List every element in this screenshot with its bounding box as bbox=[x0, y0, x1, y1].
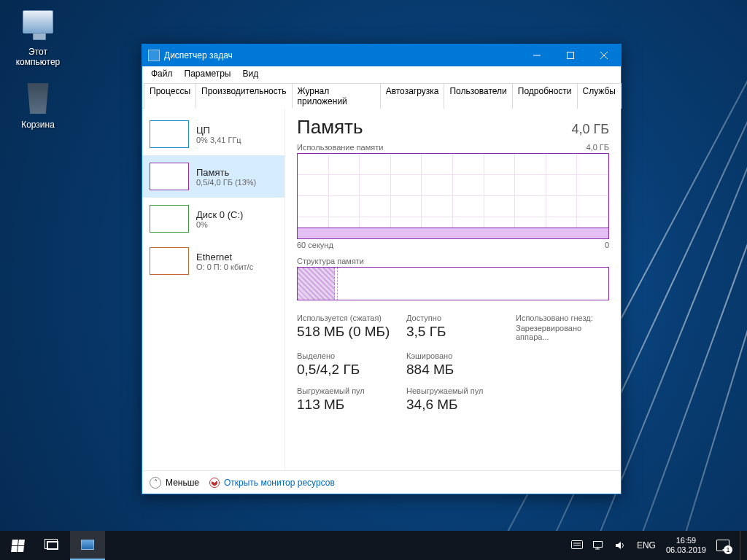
start-button[interactable] bbox=[0, 531, 35, 560]
notification-badge: 1 bbox=[724, 545, 732, 554]
maximize-button[interactable] bbox=[554, 44, 587, 66]
windows-logo-icon bbox=[11, 540, 25, 552]
memory-composition-bar[interactable] bbox=[297, 267, 609, 300]
stat-label: Выгружаемый пул bbox=[297, 386, 399, 395]
sidebar-item-title: Ethernet bbox=[196, 252, 253, 262]
performance-panel: Память 4,0 ГБ Использование памяти 4,0 Г… bbox=[285, 109, 621, 470]
desktop-icon-recycle-bin[interactable]: Корзина bbox=[7, 83, 69, 130]
open-resource-monitor-link[interactable]: Открыть монитор ресурсов bbox=[209, 478, 335, 488]
chart-x-left: 60 секунд bbox=[297, 241, 333, 249]
action-center-button[interactable]: 1 bbox=[716, 540, 729, 551]
minimize-button[interactable] bbox=[520, 44, 554, 66]
stat-value: 3,5 ГБ bbox=[406, 324, 508, 340]
stat-label: Использовано гнезд: bbox=[516, 314, 609, 322]
sidebar-item-title: ЦП bbox=[196, 125, 241, 136]
tab-performance[interactable]: Производительность bbox=[196, 83, 292, 109]
clock[interactable]: 16:59 06.03.2019 bbox=[666, 536, 706, 555]
task-view-button[interactable] bbox=[35, 531, 70, 560]
stat-label: Используется (сжатая) bbox=[297, 314, 399, 322]
stat-value: 518 МБ (0 МБ) bbox=[297, 324, 399, 340]
tab-details[interactable]: Подробности bbox=[512, 83, 578, 109]
stat-value: 113 МБ bbox=[297, 397, 399, 413]
resource-monitor-icon bbox=[209, 478, 220, 488]
window-title: Диспетчер задач bbox=[164, 50, 520, 61]
sidebar-item-cpu[interactable]: ЦП0% 3,41 ГГц bbox=[142, 113, 285, 155]
tab-processes[interactable]: Процессы bbox=[144, 83, 196, 109]
desktop-icon-label: Этот компьютер bbox=[7, 47, 69, 67]
chart-y-max: 4,0 ГБ bbox=[586, 143, 609, 152]
tab-startup[interactable]: Автозагрузка bbox=[380, 83, 445, 109]
stat-label: Доступно bbox=[406, 314, 508, 322]
show-desktop-button[interactable] bbox=[740, 531, 743, 560]
stat-value: 0,5/4,2 ГБ bbox=[297, 362, 399, 378]
sidebar-item-title: Память bbox=[196, 167, 256, 178]
task-view-icon bbox=[47, 541, 58, 550]
network-icon[interactable] bbox=[593, 540, 605, 551]
tab-users[interactable]: Пользователи bbox=[444, 83, 512, 109]
menu-options[interactable]: Параметры bbox=[179, 67, 237, 80]
stat-label: Кэшировано bbox=[406, 351, 508, 360]
panel-heading: Память bbox=[297, 116, 363, 139]
sidebar-item-sub: О: 0 П: 0 кбит/с bbox=[196, 262, 253, 271]
ethernet-thumb-icon bbox=[150, 247, 189, 275]
stat-label: Выделено bbox=[297, 351, 399, 360]
stat-value: 34,6 МБ bbox=[406, 397, 508, 413]
sidebar-item-sub: 0% 3,41 ГГц bbox=[196, 136, 241, 144]
task-manager-window: Диспетчер задач Файл Параметры Вид Проце… bbox=[142, 44, 622, 494]
chevron-up-icon: ˄ bbox=[150, 477, 161, 489]
sidebar-item-sub: 0,5/4,0 ГБ (13%) bbox=[196, 178, 256, 187]
system-tray: ENG 16:59 06.03.2019 1 bbox=[571, 531, 747, 560]
memory-capacity: 4,0 ГБ bbox=[571, 122, 609, 137]
taskbar-app-task-manager[interactable] bbox=[70, 531, 105, 560]
chart-title: Использование памяти bbox=[297, 143, 383, 152]
clock-date: 06.03.2019 bbox=[666, 545, 706, 555]
sidebar: ЦП0% 3,41 ГГц Память0,5/4,0 ГБ (13%) Дис… bbox=[142, 109, 285, 470]
menu-view[interactable]: Вид bbox=[236, 67, 264, 80]
cpu-thumb-icon bbox=[150, 120, 189, 148]
sidebar-item-title: Диск 0 (C:) bbox=[196, 209, 243, 220]
memory-stats: Используется (сжатая)518 МБ (0 МБ) Досту… bbox=[297, 314, 609, 413]
task-manager-icon bbox=[81, 540, 94, 550]
language-indicator[interactable]: ENG bbox=[637, 540, 656, 551]
taskbar: ENG 16:59 06.03.2019 1 bbox=[0, 531, 747, 560]
stat-label: Невыгружаемый пул bbox=[406, 386, 508, 395]
chart-x-right: 0 bbox=[605, 241, 609, 249]
memory-thumb-icon bbox=[150, 163, 189, 190]
sidebar-item-sub: 0% bbox=[196, 220, 243, 229]
svg-rect-4 bbox=[593, 542, 602, 548]
tab-services[interactable]: Службы bbox=[577, 83, 622, 109]
sidebar-item-memory[interactable]: Память0,5/4,0 ГБ (13%) bbox=[142, 155, 285, 198]
monitor-icon bbox=[23, 10, 53, 34]
svg-rect-0 bbox=[568, 52, 574, 59]
sidebar-item-ethernet[interactable]: EthernetО: 0 П: 0 кбит/с bbox=[142, 240, 285, 282]
desktop-icon-label: Корзина bbox=[7, 120, 69, 130]
svg-rect-1 bbox=[571, 541, 582, 549]
volume-icon[interactable] bbox=[615, 540, 627, 551]
menu-bar: Файл Параметры Вид bbox=[142, 66, 621, 81]
memory-composition-label: Структура памяти bbox=[297, 257, 609, 265]
stat-value: 884 МБ bbox=[406, 362, 508, 378]
fewer-details-button[interactable]: ˄ Меньше bbox=[150, 477, 199, 489]
window-footer: ˄ Меньше Открыть монитор ресурсов bbox=[142, 470, 621, 494]
stat-value: Зарезервировано аппара... bbox=[516, 324, 609, 341]
close-button[interactable] bbox=[587, 44, 621, 66]
app-icon bbox=[148, 50, 160, 61]
menu-file[interactable]: Файл bbox=[145, 67, 179, 80]
tab-bar: Процессы Производительность Журнал прило… bbox=[142, 81, 621, 109]
disk-thumb-icon bbox=[150, 205, 189, 233]
trash-icon bbox=[25, 83, 51, 114]
memory-usage-chart[interactable] bbox=[297, 153, 609, 239]
sidebar-item-disk[interactable]: Диск 0 (C:)0% bbox=[142, 198, 285, 240]
window-titlebar[interactable]: Диспетчер задач bbox=[142, 44, 621, 66]
clock-time: 16:59 bbox=[666, 536, 706, 545]
keyboard-icon[interactable] bbox=[571, 540, 583, 551]
desktop-icon-this-pc[interactable]: Этот компьютер bbox=[7, 10, 69, 67]
tab-app-history[interactable]: Журнал приложений bbox=[292, 83, 381, 109]
